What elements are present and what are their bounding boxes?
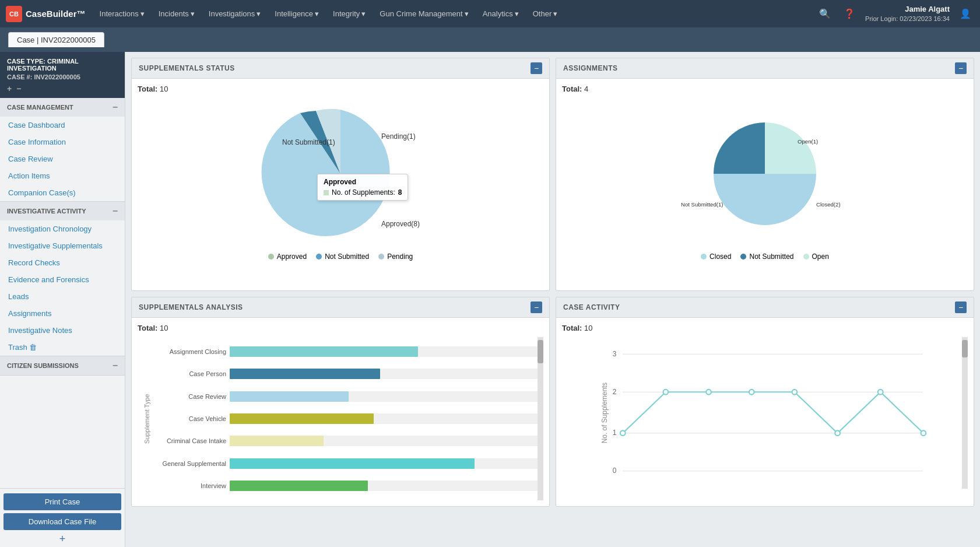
assignments-minimize-button[interactable]: − bbox=[955, 62, 967, 74]
case-activity-body: Total: 10 3 2 1 0 No. of Supplements bbox=[556, 318, 974, 506]
main-layout: CASE TYPE: CRIMINAL INVESTIGATION CASE #… bbox=[0, 52, 980, 547]
bar-chart-scroll-thumb bbox=[538, 340, 543, 363]
supplementals-analysis-minimize-button[interactable]: − bbox=[531, 301, 542, 313]
pie-ns-slice bbox=[714, 122, 765, 174]
citizen-submissions-header[interactable]: CITIZEN SUBMISSIONS − bbox=[0, 356, 125, 375]
brand-icon: CB bbox=[6, 6, 22, 22]
brand-logo-area[interactable]: CB CaseBuilder™ bbox=[6, 6, 86, 22]
supplementals-analysis-body: Total: 10 Supplement Type Assignment Clo… bbox=[132, 318, 549, 506]
supplementals-analysis-total: Total: 10 bbox=[138, 324, 543, 332]
sidebar-item-leads[interactable]: Leads bbox=[0, 288, 125, 305]
assignments-pie-wrapper: Open(1) Closed(2) Not Submitted(1) bbox=[672, 98, 858, 250]
assignments-pie: Open(1) Closed(2) Not Submitted(1) Close… bbox=[562, 98, 968, 285]
sidebar-item-investigation-chronology[interactable]: Investigation Chronology bbox=[0, 220, 125, 237]
supplementals-analysis-header: SUPPLEMENTALS ANALYSIS − bbox=[132, 297, 549, 318]
nav-incidents[interactable]: Incidents ▾ bbox=[153, 0, 201, 27]
sidebar-header: CASE TYPE: CRIMINAL INVESTIGATION CASE #… bbox=[0, 52, 125, 98]
help-icon[interactable]: ❓ bbox=[841, 8, 858, 19]
bar-fill-assignment-closing bbox=[230, 346, 418, 357]
bar-fill-case-person bbox=[230, 369, 380, 379]
assignments-legend: Closed Not Submitted Open bbox=[701, 253, 829, 261]
legend-closed: Closed bbox=[701, 253, 731, 261]
bar-row-general-supplemental: General Supplemental bbox=[150, 458, 543, 469]
search-icon[interactable]: 🔍 bbox=[816, 8, 834, 19]
legend-approved: Approved bbox=[268, 253, 307, 261]
assignments-card: ASSIGNMENTS − Total: 4 bbox=[556, 58, 974, 291]
supplementals-status-body: Total: 10 Pen bbox=[132, 79, 549, 290]
bar-row-criminal-case-intake: Criminal Case Intake bbox=[150, 436, 543, 446]
download-case-button[interactable]: Download Case File bbox=[3, 513, 121, 530]
add-case-icon[interactable]: + bbox=[7, 84, 12, 93]
y-label-2: 2 bbox=[613, 388, 617, 396]
case-activity-title: CASE ACTIVITY bbox=[563, 303, 620, 311]
bar-y-label: Supplement Type bbox=[138, 337, 150, 500]
nav-investigations[interactable]: Investigations ▾ bbox=[203, 0, 267, 27]
sidebar-case-controls: + − bbox=[7, 84, 118, 93]
investigative-activity-toggle-icon: − bbox=[113, 206, 118, 216]
case-activity-line bbox=[623, 392, 923, 433]
sidebar-item-record-checks[interactable]: Record Checks bbox=[0, 254, 125, 271]
nav-analytics[interactable]: Analytics ▾ bbox=[477, 0, 525, 27]
nav-integrity[interactable]: Integrity ▾ bbox=[327, 0, 371, 27]
bar-row-interview: Interview bbox=[150, 481, 543, 491]
case-type-label: CASE TYPE: CRIMINAL INVESTIGATION bbox=[7, 58, 118, 72]
pie-label-closed: Closed(2) bbox=[816, 201, 841, 208]
bar-chart-grid: Assignment Closing Case Person bbox=[150, 337, 543, 500]
legend-closed-dot bbox=[701, 254, 707, 260]
nav-intelligence[interactable]: Intelligence ▾ bbox=[269, 0, 325, 27]
line-chart-scroll-thumb bbox=[962, 340, 968, 357]
sidebar-item-assignments[interactable]: Assignments bbox=[0, 305, 125, 322]
sidebar-footer: Print Case Download Case File + bbox=[0, 488, 125, 547]
pie-closed-slice bbox=[714, 174, 816, 225]
case-activity-card: CASE ACTIVITY − Total: 10 3 2 1 0 bbox=[556, 297, 974, 507]
bar-fill-case-vehicle bbox=[230, 413, 374, 424]
line-point-1 bbox=[663, 390, 669, 395]
sidebar: CASE TYPE: CRIMINAL INVESTIGATION CASE #… bbox=[0, 52, 125, 547]
investigative-activity-header[interactable]: INVESTIGATIVE ACTIVITY − bbox=[0, 202, 125, 220]
line-point-4 bbox=[792, 390, 798, 395]
sidebar-item-case-information[interactable]: Case Information bbox=[0, 134, 125, 150]
user-info: Jamie Algatt Prior Login: 02/23/2023 16:… bbox=[865, 4, 950, 24]
bar-chart-inner: Supplement Type Assignment Closing Case … bbox=[138, 337, 543, 500]
sidebar-item-companion-cases[interactable]: Companion Case(s) bbox=[0, 184, 125, 201]
line-point-0 bbox=[620, 430, 626, 436]
assignments-body: Total: 4 bbox=[556, 79, 974, 290]
nav-other[interactable]: Other ▾ bbox=[527, 0, 564, 27]
legend-open-dot bbox=[803, 254, 809, 260]
supplementals-analysis-title: SUPPLEMENTALS ANALYSIS bbox=[139, 303, 243, 311]
pie-open-slice bbox=[765, 122, 816, 174]
sidebar-item-case-dashboard[interactable]: Case Dashboard bbox=[0, 117, 125, 134]
sidebar-item-investigative-notes[interactable]: Investigative Notes bbox=[0, 322, 125, 339]
add-button[interactable]: + bbox=[3, 533, 121, 545]
nav-interactions[interactable]: Interactions ▾ bbox=[94, 0, 150, 27]
sidebar-item-evidence-forensics[interactable]: Evidence and Forensics bbox=[0, 271, 125, 288]
sidebar-section-investigative-activity: INVESTIGATIVE ACTIVITY − Investigation C… bbox=[0, 202, 125, 356]
sidebar-item-action-items[interactable]: Action Items bbox=[0, 167, 125, 184]
print-case-button[interactable]: Print Case bbox=[3, 493, 121, 510]
line-point-3 bbox=[749, 390, 754, 395]
assignments-total: Total: 4 bbox=[562, 85, 968, 93]
line-chart-scrollbar[interactable] bbox=[962, 337, 968, 489]
nav-gun-crime[interactable]: Gun Crime Management ▾ bbox=[374, 0, 474, 27]
case-activity-line-svg: 3 2 1 0 No. of Supplements bbox=[562, 337, 968, 489]
case-activity-minimize-button[interactable]: − bbox=[955, 301, 967, 313]
y-label-3: 3 bbox=[613, 350, 617, 358]
case-management-header[interactable]: CASE MANAGEMENT − bbox=[0, 98, 125, 117]
sidebar-item-investigative-supplementals[interactable]: Investigative Supplementals bbox=[0, 237, 125, 254]
legend-open: Open bbox=[803, 253, 829, 261]
sidebar-section-citizen-submissions: CITIZEN SUBMISSIONS − bbox=[0, 356, 125, 376]
y-axis-label: No. of Supplements bbox=[600, 383, 609, 444]
sidebar-item-trash[interactable]: Trash 🗑 bbox=[0, 339, 125, 356]
line-chart-area: 3 2 1 0 No. of Supplements bbox=[562, 337, 968, 489]
pie-label-approved: Approved(8) bbox=[381, 220, 420, 228]
user-avatar-icon[interactable]: 👤 bbox=[957, 8, 974, 19]
sidebar-item-case-review[interactable]: Case Review bbox=[0, 150, 125, 167]
supplementals-status-legend: Approved Not Submitted Pending bbox=[268, 253, 413, 261]
breadcrumb-tab[interactable]: Case | INV2022000005 bbox=[8, 32, 104, 47]
pie-label-not-submitted: Not Submitted(1) bbox=[282, 138, 335, 146]
breadcrumb-bar: Case | INV2022000005 bbox=[0, 27, 980, 52]
bar-chart-scrollbar[interactable] bbox=[538, 337, 543, 500]
remove-case-icon[interactable]: − bbox=[16, 84, 21, 93]
pie-label-open: Open(1) bbox=[798, 138, 818, 145]
supplementals-status-minimize-button[interactable]: − bbox=[531, 62, 542, 74]
